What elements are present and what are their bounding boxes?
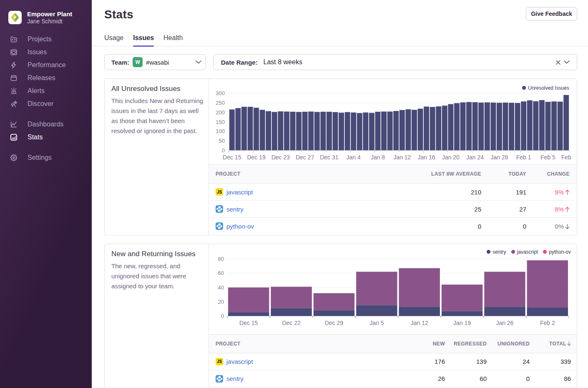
- svg-text:Jan 19: Jan 19: [453, 320, 471, 326]
- svg-text:Jan 28: Jan 28: [490, 154, 508, 161]
- svg-text:Jan 12: Jan 12: [393, 154, 411, 161]
- svg-text:Jan 24: Jan 24: [466, 154, 484, 161]
- svg-text:Feb 5: Feb 5: [540, 154, 555, 161]
- svg-text:Dec 23: Dec 23: [271, 154, 290, 161]
- svg-text:Jan 20: Jan 20: [442, 154, 460, 161]
- svg-text:20: 20: [218, 298, 224, 305]
- svg-text:60: 60: [218, 270, 224, 276]
- svg-text:40: 40: [218, 284, 224, 290]
- svg-text:Dec 15: Dec 15: [239, 320, 258, 326]
- svg-text:80: 80: [218, 256, 224, 262]
- svg-text:Dec 22: Dec 22: [282, 320, 301, 326]
- svg-text:Jan 12: Jan 12: [411, 320, 428, 326]
- svg-text:Dec 29: Dec 29: [325, 320, 344, 326]
- svg-text:Jan 4: Jan 4: [347, 154, 361, 161]
- svg-text:Dec 31: Dec 31: [320, 154, 339, 161]
- svg-text:0: 0: [222, 147, 225, 154]
- svg-text:0: 0: [221, 313, 224, 319]
- svg-text:Feb 1: Feb 1: [516, 154, 531, 161]
- svg-text:Jan 16: Jan 16: [418, 154, 435, 161]
- svg-text:50: 50: [219, 138, 225, 144]
- svg-text:Dec 27: Dec 27: [296, 154, 314, 161]
- svg-text:Jan 5: Jan 5: [369, 320, 384, 326]
- svg-text:Feb 2: Feb 2: [540, 320, 555, 326]
- svg-text:300: 300: [216, 90, 225, 96]
- svg-text:250: 250: [216, 100, 225, 106]
- svg-text:Jan 8: Jan 8: [371, 154, 385, 161]
- svg-text:150: 150: [216, 119, 225, 125]
- svg-text:100: 100: [216, 128, 225, 134]
- svg-text:Dec 15: Dec 15: [223, 154, 241, 161]
- svg-text:Jan 26: Jan 26: [496, 320, 513, 326]
- svg-text:200: 200: [216, 109, 225, 116]
- svg-text:Dec 19: Dec 19: [247, 154, 266, 161]
- svg-text:Feb: Feb: [561, 154, 571, 161]
